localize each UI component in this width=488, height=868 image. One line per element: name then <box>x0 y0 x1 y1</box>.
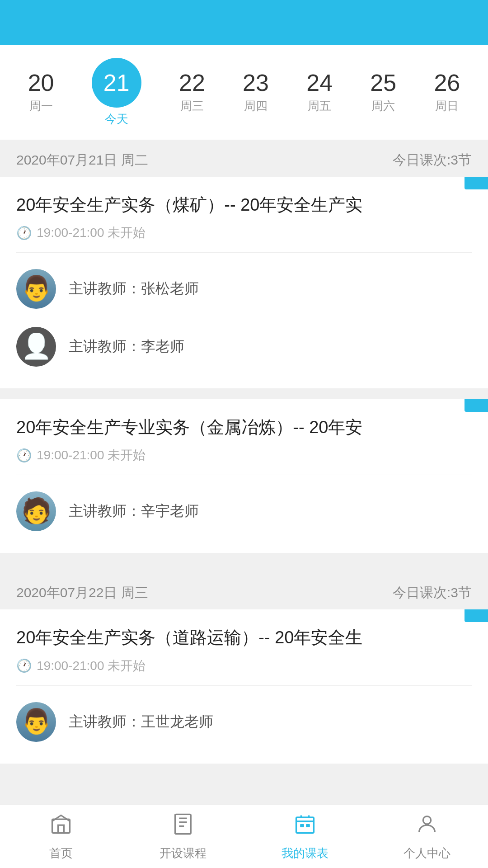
day-item-26[interactable]: 26周日 <box>434 71 460 114</box>
date-section-header-1: 2020年07月22日 周三今日课次:3节 <box>0 573 488 609</box>
time-text: 19:00-21:00 未开始 <box>37 224 145 241</box>
course-time: 🕐19:00-21:00 未开始 <box>16 224 472 241</box>
nav-label: 首页 <box>49 845 73 861</box>
course-time: 🕐19:00-21:00 未开始 <box>16 447 472 464</box>
bottom-nav: 首页开设课程我的课表个人中心 <box>0 805 488 868</box>
teacher-name: 主讲教师：王世龙老师 <box>69 712 213 732</box>
nav-item-个人中心[interactable]: 个人中心 <box>366 812 488 861</box>
day-number: 26 <box>434 71 460 94</box>
course-time: 🕐19:00-21:00 未开始 <box>16 657 472 675</box>
live-badge: 直播课 <box>465 399 488 412</box>
nav-label: 个人中心 <box>404 845 450 861</box>
day-number: 22 <box>179 71 205 94</box>
nav-item-开设课程[interactable]: 开设课程 <box>122 812 244 861</box>
teacher-row-0: 主讲教师：辛宇老师 <box>16 482 472 540</box>
date-section-header-0: 2020年07月21日 周二今日课次:3节 <box>0 140 488 177</box>
time-text: 19:00-21:00 未开始 <box>37 447 145 464</box>
day-label: 周一 <box>29 98 53 114</box>
book-icon <box>171 812 195 841</box>
day-number: 24 <box>306 71 333 94</box>
day-item-24[interactable]: 24周五 <box>306 71 333 114</box>
time-text: 19:00-21:00 未开始 <box>37 657 145 675</box>
day-label: 周六 <box>371 98 395 114</box>
day-number: 21 <box>103 71 130 94</box>
day-number: 23 <box>243 71 269 94</box>
course-title: 20年安全生产实务（道路运输）-- 20年安全生 <box>16 626 472 650</box>
day-label: 周五 <box>308 98 331 114</box>
course-title: 20年安全生产实务（煤矿）-- 20年安全生产实 <box>16 193 472 217</box>
avatar <box>16 269 56 309</box>
day-label: 周日 <box>435 98 459 114</box>
day-label: 周四 <box>244 98 267 114</box>
clock-icon: 🕐 <box>16 658 32 673</box>
content: 2020年07月21日 周二今日课次:3节直播课20年安全生产实务（煤矿）-- … <box>0 140 488 847</box>
svg-rect-6 <box>306 824 310 827</box>
teacher-row-0: 主讲教师：王世龙老师 <box>16 693 472 751</box>
nav-item-首页[interactable]: 首页 <box>0 812 122 861</box>
day-item-23[interactable]: 23周四 <box>243 71 269 114</box>
nav-label: 开设课程 <box>160 845 206 861</box>
teacher-row-0: 主讲教师：张松老师 <box>16 260 472 318</box>
course-title: 20年安全生产专业实务（金属冶炼）-- 20年安 <box>16 415 472 439</box>
live-badge: 直播课 <box>465 177 488 189</box>
live-badge: 直播课 <box>465 609 488 622</box>
teacher-name: 主讲教师：张松老师 <box>69 279 199 299</box>
person-icon <box>415 812 439 841</box>
lesson-count: 今日课次:3节 <box>393 584 472 602</box>
week-strip: 20周一21今天22周三23周四24周五25周六26周日 <box>0 45 488 140</box>
svg-rect-5 <box>300 824 304 827</box>
svg-rect-4 <box>296 817 314 833</box>
day-item-20[interactable]: 20周一 <box>28 71 54 114</box>
day-item-21[interactable]: 21今天 <box>92 58 141 127</box>
day-label: 今天 <box>105 111 128 127</box>
course-card-1-0[interactable]: 直播课20年安全生产实务（道路运输）-- 20年安全生🕐19:00-21:00 … <box>0 609 488 763</box>
svg-rect-0 <box>52 819 70 833</box>
lesson-count: 今日课次:3节 <box>393 151 472 170</box>
course-card-0-0[interactable]: 直播课20年安全生产实务（煤矿）-- 20年安全生产实🕐19:00-21:00 … <box>0 177 488 388</box>
date-label: 2020年07月22日 周三 <box>16 584 148 602</box>
day-number: 25 <box>370 71 396 94</box>
nav-label: 我的课表 <box>282 845 328 861</box>
avatar <box>16 702 56 742</box>
schedule-icon <box>293 812 317 841</box>
teacher-name: 主讲教师：辛宇老师 <box>69 501 199 521</box>
svg-rect-2 <box>175 814 191 834</box>
teacher-name: 主讲教师：李老师 <box>69 337 184 357</box>
home-icon <box>49 812 73 841</box>
svg-point-7 <box>423 816 431 824</box>
day-number: 20 <box>28 71 54 94</box>
header <box>0 0 488 45</box>
nav-item-我的课表[interactable]: 我的课表 <box>244 812 366 861</box>
clock-icon: 🕐 <box>16 226 32 241</box>
svg-rect-1 <box>58 825 64 833</box>
teacher-row-1: 主讲教师：李老师 <box>16 318 472 376</box>
date-label: 2020年07月21日 周二 <box>16 151 148 170</box>
avatar <box>16 491 56 531</box>
clock-icon: 🕐 <box>16 448 32 463</box>
avatar <box>16 327 56 367</box>
day-label: 周三 <box>180 98 204 114</box>
day-item-22[interactable]: 22周三 <box>179 71 205 114</box>
day-item-25[interactable]: 25周六 <box>370 71 396 114</box>
course-card-0-1[interactable]: 直播课20年安全生产专业实务（金属冶炼）-- 20年安🕐19:00-21:00 … <box>0 399 488 553</box>
